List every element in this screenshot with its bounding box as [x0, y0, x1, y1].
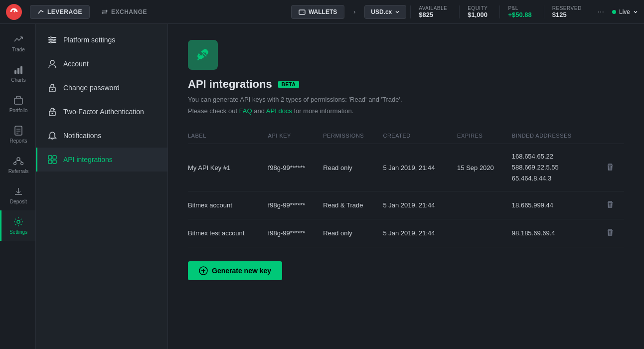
row-addresses: 18.665.999.44: [512, 191, 596, 219]
reserved-stat: RESERVED $125: [544, 5, 590, 18]
table-row: My API Key #1f98g-99******Read only5 Jan…: [188, 144, 624, 191]
sidebar-api-integrations[interactable]: API integrations: [36, 148, 167, 172]
svg-point-24: [52, 113, 53, 114]
nav-arrow-right[interactable]: ›: [348, 6, 360, 18]
col-permissions: PERMISSIONS: [323, 129, 383, 144]
row-api-key: f98g-99******: [268, 144, 323, 191]
live-badge[interactable]: Live: [612, 8, 638, 15]
row-permissions: Read only: [323, 219, 383, 247]
row-permissions: Read only: [323, 144, 383, 191]
svg-rect-3: [17, 68, 19, 74]
main-layout: Trade Charts Portfolio Report: [0, 24, 644, 349]
svg-point-20: [50, 60, 54, 64]
row-created: 5 Jan 2019, 21:44: [383, 191, 457, 219]
svg-point-18: [53, 39, 55, 41]
row-expires: [457, 191, 512, 219]
row-label: My API Key #1: [188, 144, 268, 191]
sidebar-notifications[interactable]: Notifications: [36, 124, 167, 148]
page-desc1: You can generate API keys with 2 types o…: [188, 96, 624, 103]
page-title-row: API integrations BETA: [188, 78, 624, 91]
row-expires: [457, 219, 512, 247]
sidebar-two-factor[interactable]: Two-Factor Authentication: [36, 100, 167, 124]
svg-rect-1: [299, 10, 305, 14]
faq-link[interactable]: FAQ: [239, 107, 252, 115]
svg-rect-14: [48, 37, 56, 38]
sidebar-item-settings[interactable]: Settings: [0, 210, 35, 241]
row-delete-cell: [596, 219, 624, 247]
svg-point-12: [21, 163, 23, 165]
sidebar-item-deposit[interactable]: Deposit: [0, 180, 35, 210]
delete-key-button[interactable]: [602, 226, 618, 240]
svg-rect-27: [48, 160, 52, 164]
table-header-row: LABEL API KEY PERMISSIONS CREATED EXPIRE…: [188, 129, 624, 144]
beta-badge: BETA: [278, 81, 299, 88]
currency-selector[interactable]: USD.cx: [364, 5, 406, 19]
col-binded: BINDED ADDRESSES: [512, 129, 596, 144]
row-api-key: f98g-99******: [268, 191, 323, 219]
col-created: CREATED: [383, 129, 457, 144]
left-nav: Trade Charts Portfolio Report: [0, 24, 36, 349]
svg-rect-2: [14, 70, 16, 74]
logo-icon: [6, 4, 22, 20]
svg-rect-4: [20, 66, 22, 74]
col-api-key: API KEY: [268, 129, 323, 144]
api-docs-link[interactable]: API docs: [266, 107, 292, 115]
svg-rect-26: [53, 156, 56, 159]
row-expires: 15 Sep 2020: [457, 144, 512, 191]
sidebar-item-charts[interactable]: Charts: [0, 58, 35, 89]
col-label: LABEL: [188, 129, 268, 144]
row-delete-cell: [596, 144, 624, 191]
table-row: Bitmex accountf98g-99******Read & Trade5…: [188, 191, 624, 219]
sidebar-item-trade[interactable]: Trade: [0, 28, 35, 58]
svg-rect-25: [48, 156, 52, 159]
svg-point-17: [50, 37, 52, 38]
row-api-key: f98g-99******: [268, 219, 323, 247]
available-stat: AVAILABLE $825: [410, 5, 455, 18]
api-keys-table: LABEL API KEY PERMISSIONS CREATED EXPIRE…: [188, 129, 624, 247]
col-expires: EXPIRES: [457, 129, 512, 144]
delete-key-button[interactable]: [602, 161, 618, 174]
row-created: 5 Jan 2019, 21:44: [383, 144, 457, 191]
leverage-button[interactable]: LEVERAGE: [30, 5, 90, 19]
row-addresses: 98.185.69.69.4: [512, 219, 596, 247]
sidebar-item-reports[interactable]: Reports: [0, 119, 35, 150]
svg-rect-28: [53, 160, 56, 164]
col-action: [596, 129, 624, 144]
sidebar-item-portfolio[interactable]: Portfolio: [0, 89, 35, 119]
svg-point-10: [17, 158, 20, 161]
table-row: Bitmex test accountf98g-99******Read onl…: [188, 219, 624, 247]
sidebar-item-referrals[interactable]: Referrals: [0, 150, 35, 180]
row-label: Bitmex account: [188, 191, 268, 219]
row-permissions: Read & Trade: [323, 191, 383, 219]
page-desc2: Please check out FAQ and API docs for mo…: [188, 107, 624, 115]
row-delete-cell: [596, 191, 624, 219]
exchange-button[interactable]: EXCHANGE: [94, 5, 155, 19]
row-label: Bitmex test account: [188, 219, 268, 247]
sidebar-change-password[interactable]: Change password: [36, 76, 167, 100]
live-dot-icon: [612, 10, 616, 14]
sidebar-account[interactable]: Account: [36, 52, 167, 76]
svg-point-19: [50, 41, 52, 43]
svg-rect-5: [14, 98, 22, 104]
svg-rect-15: [48, 39, 56, 41]
page-icon: [188, 40, 218, 70]
settings-sidebar: Platform settings Account Change passwor…: [36, 24, 168, 349]
svg-point-22: [52, 89, 53, 90]
page-title: API integrations: [188, 78, 272, 91]
svg-point-13: [17, 220, 20, 223]
svg-point-11: [14, 163, 16, 165]
main-content: API integrations BETA You can generate A…: [168, 24, 644, 349]
topbar: LEVERAGE EXCHANGE WALLETS › USD.cx AVAIL…: [0, 0, 644, 24]
row-addresses: 168.654.65.22588.669.22.5.5565.464.8.44.…: [512, 144, 596, 191]
wallets-button[interactable]: WALLETS: [291, 5, 344, 19]
more-button[interactable]: ···: [594, 5, 608, 18]
pl-stat: P&L +$50.88: [499, 5, 539, 18]
sidebar-platform-settings[interactable]: Platform settings: [36, 28, 167, 52]
equity-stat: EQUITY $1,000: [459, 5, 495, 18]
generate-new-key-button[interactable]: Generate new key: [188, 261, 282, 280]
svg-rect-6: [15, 126, 22, 135]
svg-rect-16: [48, 42, 56, 43]
row-created: 5 Jan 2019, 21:44: [383, 219, 457, 247]
delete-key-button[interactable]: [602, 198, 618, 212]
